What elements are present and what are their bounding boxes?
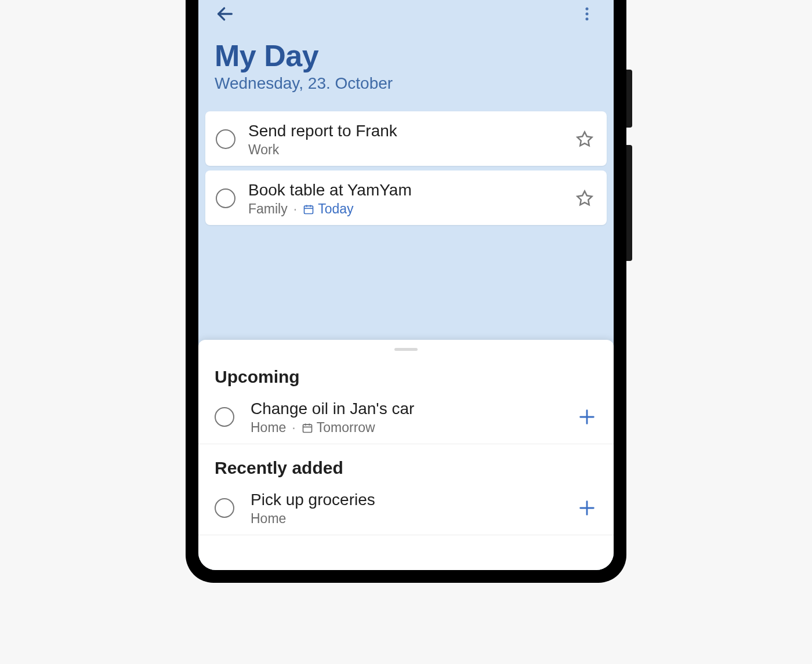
task-meta: Work bbox=[248, 142, 573, 158]
title-block: My Day Wednesday, 23. October bbox=[198, 34, 614, 107]
task-title: Pick up groceries bbox=[251, 489, 570, 510]
phone-side-button bbox=[626, 145, 632, 261]
task-meta: Home · Tomorrow bbox=[251, 420, 570, 436]
star-icon bbox=[576, 190, 593, 207]
add-to-my-day-button[interactable] bbox=[574, 495, 600, 521]
meta-separator: · bbox=[293, 201, 297, 217]
more-options-button[interactable] bbox=[574, 1, 600, 27]
task-content: Book table at YamYam Family · Today bbox=[248, 180, 573, 217]
star-button[interactable] bbox=[573, 128, 596, 151]
svg-rect-10 bbox=[303, 424, 311, 432]
app-header bbox=[198, 1, 614, 34]
svg-marker-4 bbox=[578, 132, 592, 146]
arrow-left-icon bbox=[215, 4, 235, 24]
page-title: My Day bbox=[215, 38, 597, 73]
task-title: Book table at YamYam bbox=[248, 180, 573, 200]
svg-rect-5 bbox=[304, 206, 313, 213]
task-meta: Home bbox=[251, 511, 570, 527]
suggestions-sheet[interactable]: Upcoming Change oil in Jan's car Home · bbox=[198, 340, 614, 570]
sheet-drag-handle[interactable] bbox=[394, 348, 418, 351]
task-row[interactable]: Book table at YamYam Family · Today bbox=[205, 170, 607, 225]
phone-frame: My Day Wednesday, 23. October Send repor… bbox=[186, 0, 626, 583]
task-list-label: Work bbox=[248, 142, 279, 158]
star-icon bbox=[576, 130, 593, 148]
task-content: Send report to Frank Work bbox=[248, 121, 573, 158]
svg-marker-9 bbox=[578, 191, 592, 205]
more-vertical-icon bbox=[578, 5, 596, 23]
star-button[interactable] bbox=[573, 187, 596, 210]
complete-checkbox[interactable] bbox=[216, 188, 235, 208]
meta-separator: · bbox=[292, 420, 295, 436]
add-to-my-day-button[interactable] bbox=[574, 404, 600, 430]
due-date-label: Today bbox=[318, 201, 353, 217]
calendar-icon bbox=[303, 204, 314, 215]
task-list-label: Home bbox=[251, 420, 286, 436]
task-content: Pick up groceries Home bbox=[251, 489, 570, 527]
complete-checkbox[interactable] bbox=[215, 498, 234, 518]
svg-point-1 bbox=[586, 8, 589, 10]
plus-icon bbox=[577, 498, 597, 518]
suggestion-row[interactable]: Pick up groceries Home bbox=[198, 484, 614, 535]
due-date-label: Tomorrow bbox=[317, 420, 375, 436]
task-meta: Family · Today bbox=[248, 201, 573, 217]
task-list-label: Home bbox=[251, 511, 286, 527]
task-title: Send report to Frank bbox=[248, 121, 573, 141]
suggestion-row[interactable]: Change oil in Jan's car Home · Tomorrow bbox=[198, 393, 614, 444]
due-date-chip: Today bbox=[303, 201, 353, 217]
svg-point-2 bbox=[586, 13, 589, 16]
task-list-label: Family bbox=[248, 201, 288, 217]
calendar-icon bbox=[302, 422, 313, 434]
task-content: Change oil in Jan's car Home · Tomorrow bbox=[251, 398, 570, 436]
task-list: Send report to Frank Work Book table at … bbox=[198, 107, 614, 230]
section-heading-upcoming: Upcoming bbox=[198, 365, 614, 393]
complete-checkbox[interactable] bbox=[215, 407, 234, 427]
plus-icon bbox=[577, 407, 597, 427]
page-date: Wednesday, 23. October bbox=[215, 74, 597, 93]
complete-checkbox[interactable] bbox=[216, 129, 235, 149]
due-date-chip: Tomorrow bbox=[302, 420, 375, 436]
back-button[interactable] bbox=[212, 1, 238, 27]
svg-point-3 bbox=[586, 17, 589, 20]
phone-side-button bbox=[626, 70, 632, 128]
app-screen: My Day Wednesday, 23. October Send repor… bbox=[198, 0, 614, 570]
task-title: Change oil in Jan's car bbox=[251, 398, 570, 419]
task-row[interactable]: Send report to Frank Work bbox=[205, 111, 607, 166]
section-heading-recent: Recently added bbox=[198, 444, 614, 484]
